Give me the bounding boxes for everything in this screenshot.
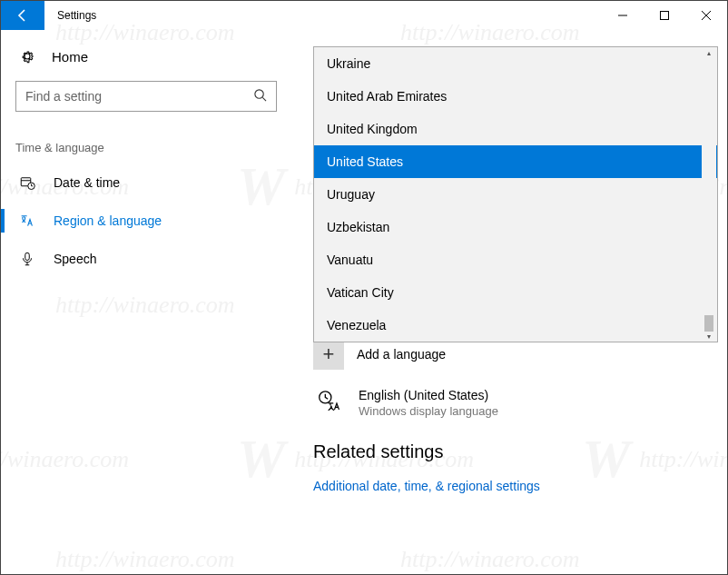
dropdown-option[interactable]: United Kingdom: [314, 113, 717, 145]
sidebar-item-label: Date & time: [54, 175, 120, 190]
svg-rect-9: [25, 253, 30, 260]
sidebar-item-region-language[interactable]: Region & language: [1, 202, 291, 240]
sidebar-home-label: Home: [52, 49, 88, 64]
scroll-down-icon[interactable]: ▾: [702, 332, 716, 341]
gear-icon: [19, 48, 35, 64]
sidebar-item-date-time[interactable]: Date & time: [1, 164, 291, 202]
minimize-icon: [618, 11, 627, 20]
dropdown-option[interactable]: Venezuela: [314, 309, 717, 342]
sidebar-item-label: Region & language: [54, 213, 162, 228]
country-dropdown-list[interactable]: UkraineUnited Arab EmiratesUnited Kingdo…: [313, 46, 718, 342]
scroll-up-icon[interactable]: ▴: [702, 48, 716, 57]
main-panel: UkraineUnited Arab EmiratesUnited Kingdo…: [291, 30, 727, 574]
search-input[interactable]: [25, 89, 253, 104]
search-input-wrap[interactable]: [15, 81, 277, 112]
dropdown-scrollbar[interactable]: ▴ ▾: [702, 48, 716, 341]
window-title: Settings: [44, 1, 109, 30]
svg-point-4: [255, 90, 263, 98]
dropdown-option[interactable]: Vanuatu: [314, 243, 717, 276]
add-language-label: Add a language: [357, 347, 446, 362]
arrow-left-icon: [15, 8, 30, 23]
dropdown-option[interactable]: Uzbekistan: [314, 211, 717, 243]
minimize-button[interactable]: [602, 1, 644, 30]
svg-rect-1: [661, 12, 669, 20]
dropdown-option[interactable]: United States: [314, 145, 717, 178]
maximize-icon: [660, 11, 669, 20]
add-language-button[interactable]: + Add a language: [313, 339, 713, 370]
close-button[interactable]: [685, 1, 727, 30]
dropdown-option[interactable]: Uruguay: [314, 178, 717, 211]
dropdown-option[interactable]: United Arab Emirates: [314, 80, 717, 113]
language-entry[interactable]: English (United States) Windows display …: [315, 388, 713, 418]
sidebar: Home Time & language Date & time Region …: [1, 30, 291, 574]
close-icon: [702, 11, 711, 20]
back-button[interactable]: [1, 1, 44, 30]
microphone-icon: [19, 251, 35, 267]
titlebar-drag-area[interactable]: [109, 1, 602, 30]
sidebar-home[interactable]: Home: [1, 39, 291, 77]
sidebar-group-header: Time & language: [1, 128, 291, 164]
language-subtitle: Windows display language: [359, 404, 498, 418]
search-icon: [253, 88, 267, 104]
svg-line-5: [262, 97, 266, 101]
additional-settings-link[interactable]: Additional date, time, & regional settin…: [313, 479, 713, 493]
sidebar-item-label: Speech: [54, 252, 96, 266]
maximize-button[interactable]: [644, 1, 685, 30]
sidebar-item-speech[interactable]: Speech: [1, 240, 291, 278]
dropdown-option[interactable]: Ukraine: [314, 47, 717, 80]
dropdown-option[interactable]: Vatican City: [314, 276, 717, 309]
plus-icon: +: [313, 339, 344, 370]
clock-language-icon: [315, 388, 344, 417]
scroll-thumb[interactable]: [704, 315, 713, 332]
language-name: English (United States): [359, 388, 498, 402]
calendar-clock-icon: [19, 174, 35, 191]
related-settings-heading: Related settings: [313, 441, 713, 462]
language-icon: [19, 213, 35, 229]
